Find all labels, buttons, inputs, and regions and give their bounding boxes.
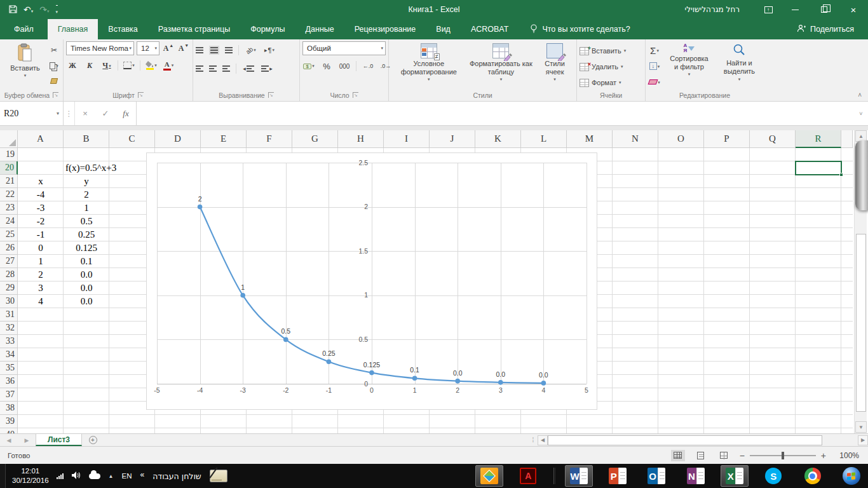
cell-B29[interactable]: 0.0 xyxy=(64,281,109,295)
name-box[interactable]: R20 ▾ xyxy=(0,102,64,125)
cell-A22[interactable]: -4 xyxy=(18,188,64,201)
bold-button[interactable]: Ж xyxy=(66,59,79,72)
chart-data-point[interactable] xyxy=(327,359,332,364)
tell-me-box[interactable]: Что вы хотите сделать? xyxy=(519,19,630,39)
cell-A29[interactable]: 3 xyxy=(18,281,64,295)
row-header-33[interactable]: 33 xyxy=(0,335,18,348)
cell-A27[interactable]: 1 xyxy=(18,255,64,268)
row-header-31[interactable]: 31 xyxy=(0,308,18,322)
desktop-toolbar-label[interactable]: שולחן העבודה xyxy=(153,471,201,481)
alignment-dialog-launcher[interactable]: ↘ xyxy=(268,92,274,98)
paste-button[interactable]: Вставить ▾ xyxy=(7,41,43,81)
accounting-format-icon[interactable]: $▾ xyxy=(302,60,315,72)
vertical-scrollbar-thumb[interactable] xyxy=(856,234,866,412)
zoom-level[interactable]: 100% xyxy=(835,451,859,460)
scrollbar-3d-handle[interactable] xyxy=(855,140,868,210)
page-layout-view-icon[interactable] xyxy=(694,450,708,461)
find-select-button[interactable]: Найти и выделить ▾ xyxy=(717,41,761,84)
cell-A23[interactable]: -3 xyxy=(18,201,64,215)
select-all-corner[interactable] xyxy=(0,130,18,148)
font-size-box[interactable]: 12▾ xyxy=(137,41,159,55)
chart-data-point[interactable] xyxy=(541,381,546,386)
column-header-N[interactable]: N xyxy=(613,130,658,148)
ribbon-tab-1[interactable]: Вставка xyxy=(98,19,147,39)
clipboard-dialog-launcher[interactable]: ↘ xyxy=(53,92,58,98)
cell-B28[interactable]: 0.0 xyxy=(64,268,109,281)
fill-handle[interactable] xyxy=(839,173,843,177)
embedded-chart[interactable]: 00.511.522.5-5-4-3-2-1012345210.50.250.1… xyxy=(146,152,597,410)
conditional-formatting-button[interactable]: ≠ Условное форматирование ▾ xyxy=(391,41,466,85)
orientation-icon[interactable]: ab▾ xyxy=(245,44,257,57)
row-header-24[interactable]: 24 xyxy=(0,215,18,228)
taskbar-clock[interactable]: 12:01 30/12/2016 xyxy=(6,466,57,485)
row-header-35[interactable]: 35 xyxy=(0,362,18,375)
row-header-29[interactable]: 29 xyxy=(0,281,18,295)
cell-A28[interactable]: 2 xyxy=(18,268,64,281)
sheet-tab-active[interactable]: Лист3 xyxy=(36,434,82,446)
volume-icon[interactable] xyxy=(72,470,81,482)
taskbar-app-onenote[interactable]: N xyxy=(682,465,710,487)
autosum-icon[interactable]: Σ▾ xyxy=(648,44,661,57)
format-as-table-button[interactable]: Форматировать как таблицу ▾ xyxy=(466,41,536,85)
row-header-22[interactable]: 22 xyxy=(0,188,18,201)
column-header-C[interactable]: C xyxy=(109,130,155,148)
chart-data-point[interactable] xyxy=(240,293,245,298)
scroll-left-icon[interactable]: ◀ xyxy=(538,435,548,445)
column-header-F[interactable]: F xyxy=(247,130,292,148)
align-middle-icon[interactable] xyxy=(209,46,219,55)
cell-B23[interactable]: 1 xyxy=(64,201,109,215)
row-header-23[interactable]: 23 xyxy=(0,201,18,215)
formula-input[interactable] xyxy=(137,102,854,125)
cell-A24[interactable]: -2 xyxy=(18,215,64,228)
align-right-icon[interactable] xyxy=(222,65,230,72)
cell-A25[interactable]: -1 xyxy=(18,228,64,241)
zoom-slider[interactable] xyxy=(750,455,816,456)
hidden-icons-chevron[interactable]: ▲ xyxy=(109,473,114,479)
increase-indent-icon[interactable]: ▸ xyxy=(261,62,273,75)
decrease-font-icon[interactable]: A▼ xyxy=(177,42,190,55)
cell-A26[interactable]: 0 xyxy=(18,241,64,255)
row-header-34[interactable]: 34 xyxy=(0,348,18,362)
language-indicator[interactable]: EN xyxy=(121,472,132,480)
zoom-out-icon[interactable]: − xyxy=(740,451,745,461)
insert-function-icon[interactable]: fx xyxy=(116,109,136,119)
collapse-ribbon-icon[interactable]: ˄ xyxy=(858,92,862,98)
comma-style-icon[interactable]: 000 xyxy=(338,60,351,72)
cut-icon[interactable]: ✂ xyxy=(48,44,60,57)
column-header-R[interactable]: R xyxy=(796,130,841,148)
file-tab[interactable]: Файл xyxy=(0,19,48,39)
row-header-27[interactable]: 27 xyxy=(0,255,18,268)
cell-A30[interactable]: 4 xyxy=(18,295,64,308)
cell-B20[interactable]: f(x)=0.5^x+3 xyxy=(64,161,109,175)
row-header-19[interactable]: 19 xyxy=(0,148,18,161)
column-header-P[interactable]: P xyxy=(704,130,750,148)
formula-bar-splitter[interactable]: ⋮ xyxy=(64,102,75,125)
cancel-entry-icon[interactable]: × xyxy=(75,109,95,118)
row-header-32[interactable]: 32 xyxy=(0,322,18,335)
cell-B25[interactable]: 0.25 xyxy=(64,228,109,241)
row-header-20[interactable]: 20 xyxy=(0,161,18,175)
column-header-H[interactable]: H xyxy=(338,130,384,148)
column-header-L[interactable]: L xyxy=(521,130,567,148)
decrease-indent-icon[interactable]: ◂ xyxy=(242,62,255,75)
increase-font-icon[interactable]: A▲ xyxy=(162,42,175,55)
column-header-Q[interactable]: Q xyxy=(750,130,796,148)
ribbon-tab-6[interactable]: Вид xyxy=(426,19,461,39)
horizontal-scrollbar-thumb[interactable] xyxy=(548,435,822,445)
network-signal-icon[interactable] xyxy=(57,473,64,479)
cell-B26[interactable]: 0.125 xyxy=(64,241,109,255)
row-header-40[interactable]: 40 xyxy=(0,428,18,433)
redo-button[interactable]: ↷▾ xyxy=(39,5,49,14)
restore-button[interactable] xyxy=(810,0,839,19)
number-format-box[interactable]: Общий▾ xyxy=(302,41,386,55)
column-header-J[interactable]: J xyxy=(430,130,475,148)
page-break-view-icon[interactable] xyxy=(717,450,731,461)
scroll-down-icon[interactable]: ▼ xyxy=(855,421,867,433)
row-header-28[interactable]: 28 xyxy=(0,268,18,281)
save-icon[interactable] xyxy=(9,5,17,15)
taskbar-app-acrobat[interactable]: A xyxy=(514,465,542,487)
taskbar-app-word[interactable]: W xyxy=(565,465,593,487)
taskbar-app-chrome[interactable] xyxy=(799,465,827,487)
underline-button[interactable]: Ч▾ xyxy=(100,59,113,72)
number-dialog-launcher[interactable]: ↘ xyxy=(353,92,358,98)
